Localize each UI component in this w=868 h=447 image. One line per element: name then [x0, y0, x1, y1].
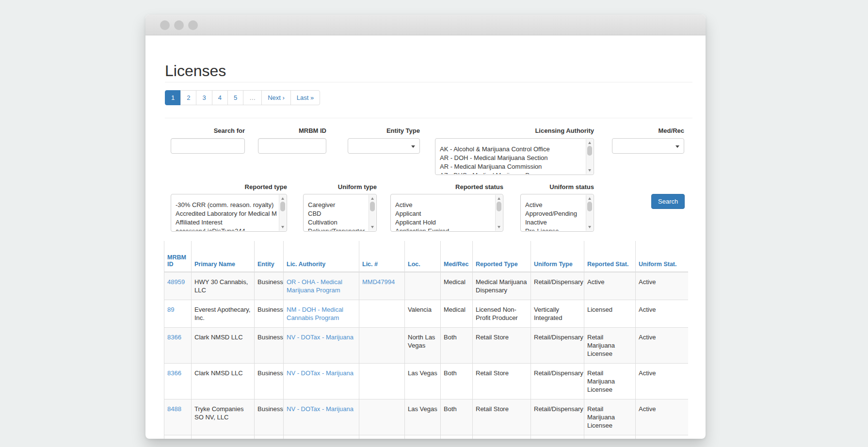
scroll-up-icon[interactable]	[498, 197, 500, 200]
listbox-option[interactable]: Accredited Laboratory for Medical M	[176, 209, 274, 218]
column-header-lic-authority: Lic. Authority	[284, 241, 359, 272]
column-header-link-loc[interactable]: Loc.	[408, 261, 420, 268]
cell-link-lic-authority[interactable]: OR - OHA - Medical Marijuana Program	[287, 278, 342, 294]
search-for-label: Search for	[171, 127, 245, 134]
scroll-down-icon[interactable]	[588, 226, 591, 228]
scrollbar[interactable]	[495, 195, 502, 231]
cell-reported-type: Retail Store	[473, 435, 531, 439]
scrollbar-thumb[interactable]	[280, 202, 285, 211]
licensing-authority-listbox[interactable]: AK - Alcohol & Marijuana Control OfficeA…	[435, 138, 594, 175]
listbox-option[interactable]: Cultivation	[308, 218, 364, 227]
search-for-input[interactable]	[171, 138, 245, 154]
uniform-status-listbox[interactable]: ActiveApproved/PendingInactivePre-Licens…	[520, 194, 594, 232]
page-button-1[interactable]: 1	[165, 90, 181, 105]
listbox-option[interactable]: CBD	[308, 209, 364, 218]
search-button[interactable]: Search	[651, 194, 685, 209]
listbox-option[interactable]: AZ - DHS - Medical Marijuana Program	[440, 171, 581, 174]
cell-link-mrbm-id[interactable]: 8488	[167, 405, 181, 413]
column-header-link-entity[interactable]: Entity	[257, 261, 274, 268]
column-header-link-reported-type[interactable]: Reported Type	[476, 261, 518, 268]
listbox-option[interactable]: AR - DOH - Medical Marijuana Section	[440, 154, 581, 162]
scrollbar-thumb[interactable]	[587, 202, 592, 211]
window-control-dot-icon[interactable]	[188, 20, 198, 30]
page-button-last[interactable]: Last »	[290, 90, 320, 105]
mrbm-id-input[interactable]	[258, 138, 326, 154]
column-header-link-lic-authority[interactable]: Lic. Authority	[287, 261, 325, 268]
cell-primary-name: Clark NMSD LLC	[192, 328, 255, 364]
listbox-option[interactable]: Caregiver	[308, 201, 364, 209]
column-header-med-rec: Med/Rec	[441, 241, 473, 272]
uniform-type-listbox[interactable]: CaregiverCBDCultivationDelivery/Transpor…	[303, 194, 377, 232]
cell-reported-stat: Retail Marijuana Licensee	[584, 328, 636, 364]
caret-icon	[675, 145, 679, 148]
listbox-option[interactable]: Pre-License	[525, 227, 581, 231]
column-header-link-reported-stat[interactable]: Reported Stat.	[587, 261, 628, 268]
column-header-link-mrbm-id[interactable]: MRBM ID	[167, 254, 186, 268]
cell-link-mrbm-id[interactable]: 8366	[167, 334, 181, 341]
column-header-link-med-rec[interactable]: Med/Rec	[444, 261, 468, 268]
med-rec-select[interactable]	[612, 138, 684, 154]
window-control-dot-icon[interactable]	[160, 20, 170, 30]
cell-link-lic-authority[interactable]: NM - DOH - Medical Cannabis Program	[287, 306, 343, 321]
cell-entity: Business	[255, 364, 284, 399]
reported-type-listbox[interactable]: -30% CRR (comm. reason. royalty)Accredit…	[171, 194, 287, 232]
scroll-up-icon[interactable]	[588, 197, 591, 200]
listbox-option[interactable]: Active	[525, 201, 581, 209]
scrollbar[interactable]	[369, 195, 376, 231]
scroll-up-icon[interactable]	[371, 197, 374, 200]
divider	[165, 82, 692, 82]
page-button-2[interactable]: 2	[180, 90, 196, 105]
scroll-down-icon[interactable]	[588, 169, 591, 172]
cell-mrbm-id: 89	[164, 300, 192, 328]
cell-primary-name: Clark NMSD LLC	[192, 364, 255, 399]
scroll-down-icon[interactable]	[498, 226, 500, 228]
cell-med-rec: Both	[441, 328, 473, 364]
cell-entity: Business	[255, 300, 284, 328]
page-button-5[interactable]: 5	[227, 90, 243, 105]
cell-loc: Las Vegas	[405, 364, 441, 399]
page-button-next[interactable]: Next ›	[261, 90, 291, 105]
scrollbar-thumb[interactable]	[497, 202, 501, 211]
column-header-link-uniform-type[interactable]: Uniform Type	[534, 261, 573, 268]
column-header-link-lic[interactable]: Lic. #	[362, 261, 378, 268]
scrollbar[interactable]	[279, 195, 286, 231]
cell-link-mrbm-id[interactable]: 48959	[167, 278, 185, 286]
scroll-up-icon[interactable]	[281, 197, 284, 200]
listbox-option[interactable]: Approved/Pending	[525, 209, 581, 218]
cell-uniform-type: Vertically Integrated	[531, 300, 584, 328]
column-header-link-primary-name[interactable]: Primary Name	[194, 261, 235, 268]
cell-link-lic-authority[interactable]: NV - DOTax - Marijuana	[287, 405, 354, 413]
listbox-option[interactable]: Applicant	[395, 209, 491, 218]
listbox-option[interactable]: accessoryLicDisType244	[176, 227, 274, 231]
cell-link-lic-authority[interactable]: NV - DOTax - Marijuana	[287, 369, 354, 377]
listbox-option[interactable]: Application Expired	[395, 227, 491, 231]
listbox-option[interactable]: Delivery/Transporter	[308, 227, 364, 231]
cell-link-lic-authority[interactable]: NV - DOTax - Marijuana	[287, 334, 354, 341]
scroll-down-icon[interactable]	[281, 226, 284, 228]
reported-status-listbox[interactable]: ActiveApplicantApplicant HoldApplication…	[390, 194, 503, 232]
column-header-link-uniform-stat[interactable]: Uniform Stat.	[639, 261, 676, 268]
scrollbar[interactable]	[586, 195, 593, 231]
entity-type-select[interactable]	[348, 138, 420, 154]
cell-loc: Valencia	[405, 300, 441, 328]
scrollbar-thumb[interactable]	[587, 146, 592, 156]
scrollbar[interactable]	[586, 139, 593, 174]
page-button-3[interactable]: 3	[196, 90, 212, 105]
listbox-option[interactable]: Affiliated Interest	[176, 218, 274, 227]
listbox-option[interactable]: AK - Alcohol & Marijuana Control Office	[440, 145, 581, 154]
cell-loc: Las Vegas	[405, 399, 441, 435]
window-control-dot-icon[interactable]	[174, 20, 184, 30]
cell-link-mrbm-id[interactable]: 89	[167, 306, 174, 313]
listbox-option[interactable]: Inactive	[525, 218, 581, 227]
listbox-option[interactable]: Active	[395, 201, 491, 209]
page-button-4[interactable]: 4	[212, 90, 228, 105]
scroll-up-icon[interactable]	[588, 142, 591, 144]
cell-link-mrbm-id[interactable]: 8366	[167, 369, 181, 377]
scrollbar-thumb[interactable]	[370, 202, 375, 211]
scroll-down-icon[interactable]	[371, 226, 374, 228]
cell-link-lic[interactable]: MMD47994	[362, 278, 395, 286]
listbox-option[interactable]: AR - Medical Marijuana Commission	[440, 162, 581, 171]
cell-uniform-type: Retail/Dispensary	[531, 328, 584, 364]
listbox-option[interactable]: -30% CRR (comm. reason. royalty)	[176, 201, 274, 209]
listbox-option[interactable]: Applicant Hold	[395, 218, 491, 227]
